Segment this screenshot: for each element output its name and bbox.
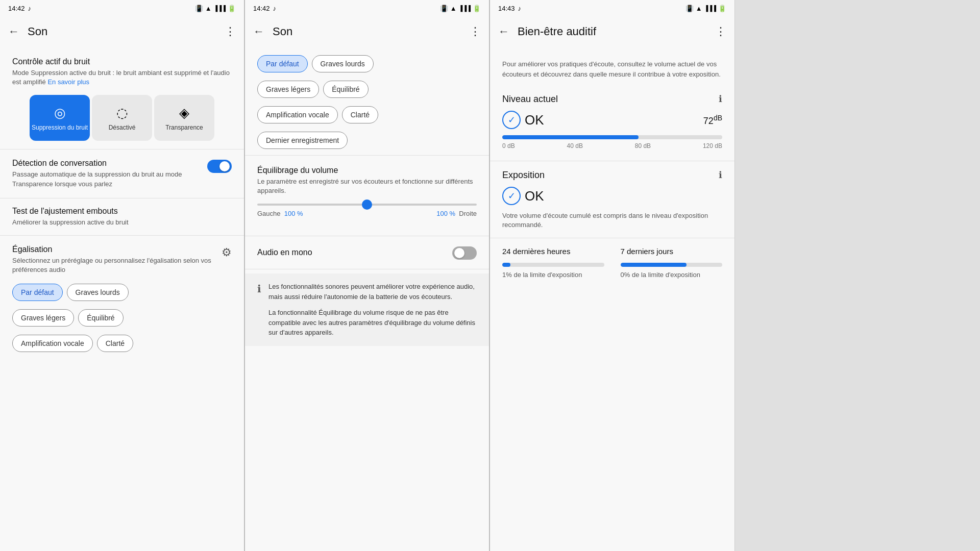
info-box: ℹ Les fonctionnalités sonores peuvent am… (245, 273, 489, 346)
chip-dernier-2[interactable]: Dernier enregistrement (257, 132, 348, 149)
slider-right-label: 100 % Droite (436, 210, 477, 217)
chip-clarte-2[interactable]: Clarté (342, 106, 378, 123)
gear-icon[interactable]: ⚙ (222, 246, 232, 259)
chip-par-defaut-2[interactable]: Par défaut (257, 55, 308, 72)
app-title-2: Son (273, 25, 470, 38)
stat-jours: 7 derniers jours 0% de la limite d'expos… (621, 246, 723, 279)
chip-graves-lourds-2[interactable]: Graves lourds (312, 55, 374, 72)
label-0db: 0 dB (502, 142, 515, 149)
niveau-bar-labels: 0 dB 40 dB 80 dB 120 dB (502, 142, 722, 149)
app-bar-3: ← Bien-être auditif ⋮ (490, 16, 734, 47)
mono-row: Audio en mono (245, 238, 489, 267)
niveau-info-icon[interactable]: ℹ (719, 93, 722, 105)
niveau-ok-badge: ✓ OK (502, 111, 544, 129)
time-3: 14:43 (498, 5, 515, 12)
music-icon-2: ♪ (273, 5, 277, 12)
more-button-1[interactable]: ⋮ (225, 25, 236, 38)
slider-labels: Gauche 100 % 100 % Droite (257, 210, 477, 217)
chip-par-defaut-1[interactable]: Par défaut (12, 284, 63, 301)
divider-p2-1 (245, 155, 489, 156)
anc-btn-transparence[interactable]: ◈ Transparence (154, 95, 214, 141)
content-2: Par défaut Graves lourds Graves légers É… (245, 47, 489, 551)
slider-left-pct: 100 % (284, 210, 303, 217)
more-button-3[interactable]: ⋮ (715, 25, 726, 38)
back-button-3[interactable]: ← (498, 25, 509, 38)
more-button-2[interactable]: ⋮ (470, 25, 481, 38)
time-2: 14:42 (253, 5, 270, 12)
battery-icon-3: 🔋 (718, 5, 726, 12)
stats-row: 24 dernières heures 1% de la limite d'ex… (490, 240, 734, 285)
info-text: Les fonctionnalités sonores peuvent amél… (268, 282, 477, 338)
anc-learn-more[interactable]: En savoir plus (47, 78, 89, 86)
exposition-title: Exposition (502, 170, 545, 181)
slider-left-label: Gauche 100 % (257, 210, 303, 217)
divider-1 (0, 149, 244, 149)
exposition-info-icon[interactable]: ℹ (719, 169, 722, 181)
panel-1: 14:42 ♪ 📳 ▲ ▐▐▐ 🔋 ← Son ⋮ Contrôle actif… (0, 0, 245, 551)
anc-desactive-icon: ◌ (116, 105, 128, 121)
exposition-ok-check: ✓ (502, 187, 521, 205)
chip-graves-legers-2[interactable]: Graves légers (257, 81, 319, 98)
exposition-header: Exposition ℹ (502, 169, 722, 181)
divider-p2-3 (245, 269, 489, 269)
content-1: Contrôle actif du bruit Mode Suppression… (0, 47, 244, 551)
anc-desc: Mode Suppression active du bruit : le br… (12, 68, 232, 87)
signal-icon-2: ▐▐▐ (459, 5, 471, 11)
chip-graves-lourds-1[interactable]: Graves lourds (67, 284, 129, 301)
slider-right-pct: 100 % (436, 210, 455, 217)
chip-clarte-1[interactable]: Clarté (97, 335, 133, 352)
anc-btn-desactive[interactable]: ◌ Désactivé (92, 95, 152, 141)
info-text-2: La fonctionnalité Équilibrage du volume … (268, 308, 477, 338)
vibrate-icon-1: 📳 (195, 5, 203, 12)
eq-chips-2: Graves légers Équilibré (0, 307, 244, 333)
chip-ampli-1[interactable]: Amplification vocale (12, 335, 93, 352)
vibrate-icon-3: 📳 (685, 5, 694, 12)
test-desc: Améliorer la suppression active du bruit (12, 218, 232, 227)
divider-p3-2 (490, 238, 734, 238)
status-bar-2: 14:42 ♪ 📳 ▲ ▐▐▐ 🔋 (245, 0, 489, 16)
detection-toggle[interactable] (207, 160, 232, 173)
stat-heures: 24 dernières heures 1% de la limite d'ex… (502, 246, 604, 279)
volume-desc: Le paramètre est enregistré sur vos écou… (257, 177, 477, 195)
niveau-bar-fill (502, 135, 639, 139)
divider-3 (0, 235, 244, 236)
niveau-db-value: 72dB (703, 114, 722, 127)
heures-label: 24 dernières heures (502, 246, 604, 257)
jours-bar-track (621, 263, 723, 267)
chip-ampli-2[interactable]: Amplification vocale (257, 106, 338, 123)
preset-chips-last: Dernier enregistrement (245, 128, 489, 153)
anc-btn-suppression[interactable]: ◎ Suppression du bruit (30, 95, 90, 141)
anc-title: Contrôle actif du bruit (12, 57, 232, 66)
niveau-header: Niveau actuel ℹ (502, 93, 722, 105)
chip-equilibre-2[interactable]: Équilibré (323, 81, 368, 98)
test-section: Test de l'ajustement embouts Améliorer l… (0, 201, 244, 233)
preset-chips-top: Par défaut Graves lourds (245, 51, 489, 77)
jours-label: 7 derniers jours (621, 246, 723, 257)
jours-bar-fill (621, 263, 687, 267)
chip-equilibre-1[interactable]: Équilibré (78, 309, 123, 327)
wifi-icon-3: ▲ (696, 5, 702, 12)
app-title-3: Bien-être auditif (518, 25, 715, 38)
back-button-1[interactable]: ← (8, 25, 19, 38)
back-button-2[interactable]: ← (253, 25, 264, 38)
signal-icon-3: ▐▐▐ (704, 5, 716, 11)
niveau-ok-text: OK (525, 112, 544, 128)
mono-toggle[interactable] (452, 246, 477, 260)
content-3: Pour améliorer vos pratiques d'écoute, c… (490, 47, 734, 551)
preset-chips-mid: Graves légers Équilibré (245, 77, 489, 102)
label-120db: 120 dB (703, 142, 722, 149)
divider-2 (0, 198, 244, 198)
egalisation-desc: Sélectionnez un préréglage ou personnali… (12, 256, 213, 274)
panel-2: 14:42 ♪ 📳 ▲ ▐▐▐ 🔋 ← Son ⋮ Par défaut Gra… (245, 0, 490, 551)
app-bar-1: ← Son ⋮ (0, 16, 244, 47)
heures-bar-fill (502, 263, 510, 267)
signal-icon-1: ▐▐▐ (214, 5, 226, 11)
slider-thumb[interactable] (362, 199, 372, 210)
time-1: 14:42 (8, 5, 25, 12)
egalisation-row: Égalisation Sélectionnez un préréglage o… (0, 238, 244, 282)
app-bar-2: ← Son ⋮ (245, 16, 489, 47)
chip-graves-legers-1[interactable]: Graves légers (12, 309, 74, 327)
battery-icon-1: 🔋 (228, 5, 236, 12)
niveau-ok-row: ✓ OK 72dB (502, 111, 722, 129)
app-title-1: Son (28, 25, 225, 38)
